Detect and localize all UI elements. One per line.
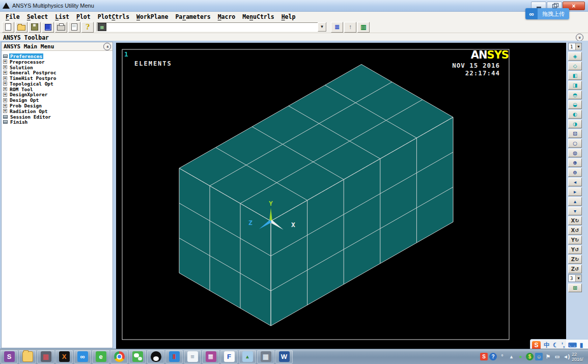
taskbar-app-chrome-browser[interactable] — [110, 350, 128, 363]
view-bottom-button[interactable]: ◒ — [568, 100, 582, 109]
menu-help[interactable]: Help — [278, 12, 299, 21]
taskbar-app-word[interactable]: W — [275, 350, 293, 363]
zoom-out-button[interactable]: ⊖ — [568, 168, 582, 177]
chinese-mode-indicator[interactable]: 中 — [544, 341, 550, 350]
view-oblique-button[interactable]: ◇ — [568, 62, 582, 70]
sogou-logo-icon[interactable]: S — [532, 341, 541, 350]
taskbar-app-photo-viewer-app[interactable]: ▲ — [239, 350, 256, 363]
zoom-in-button[interactable]: ⊕ — [568, 158, 582, 167]
dynamic-model-mode-button[interactable]: ⊞ — [568, 284, 582, 292]
menu-list[interactable]: List — [51, 12, 73, 21]
graphics-window[interactable]: 1ELEMENTSANSYSNOV 15 201622:17:44YXZ — [116, 43, 566, 349]
menu-item-rom-tool[interactable]: +ROM Tool — [3, 87, 111, 92]
menu-item-general-postproc[interactable]: +General Postproc — [3, 70, 111, 75]
rotate-y-plus-button[interactable]: Y↻ — [568, 236, 582, 244]
menu-item-preprocessor[interactable]: +Preprocessor — [3, 59, 111, 65]
pan-up-button[interactable]: ▴ — [568, 197, 582, 206]
zoom-button[interactable]: ○ — [568, 139, 582, 148]
show-hidden-icons[interactable]: ▴ — [508, 353, 515, 360]
taskbar-app-windows-explorer[interactable] — [19, 350, 36, 363]
view-isometric-button[interactable]: ◈ — [568, 52, 582, 61]
menu-menuctrls[interactable]: MenuCtrls — [239, 12, 277, 21]
taskbar-app-downloader-app[interactable]: Ⅱ — [165, 350, 183, 363]
menu-macro[interactable]: Macro — [214, 12, 239, 21]
rotate-z-plus-button[interactable]: Z↻ — [568, 255, 582, 264]
command-dropdown-arrow[interactable]: ▼ — [318, 22, 326, 32]
punctuation-icon[interactable]: ’, — [562, 342, 565, 349]
view-top-button[interactable]: ◓ — [568, 91, 582, 99]
action-center-flag[interactable]: ⚑ — [544, 353, 552, 360]
pan-zoom-rotate-button[interactable] — [42, 22, 54, 33]
taskbar-app-ansys-launcher[interactable]: X — [55, 350, 73, 363]
menu-item-session-editor[interactable]: Session Editor — [3, 114, 111, 120]
taskbar-app-baidu-netdisk[interactable]: ∞ — [74, 350, 91, 363]
taskbar-app-wechat[interactable] — [129, 350, 146, 363]
taskbar-clock[interactable]: 22 2016/ — [572, 352, 588, 362]
moon-icon[interactable]: ☾ — [553, 342, 558, 349]
new-file-button[interactable] — [2, 22, 14, 33]
keyboard-icon[interactable]: ⌨ — [568, 342, 576, 349]
taskbar-app-browser-360[interactable]: e — [92, 350, 109, 363]
pan-left-button[interactable]: ◂ — [568, 178, 582, 186]
zoom-window-button[interactable]: ⊡ — [568, 129, 582, 138]
menu-plotctrls[interactable]: PlotCtrls — [94, 12, 133, 21]
menu-item-topological-opt[interactable]: +Topological Opt — [3, 81, 111, 87]
menu-item-radiation-opt[interactable]: +Radiation Opt — [3, 108, 111, 114]
command-input[interactable] — [107, 23, 318, 31]
sogou-tray-icon[interactable]: S — [480, 353, 488, 360]
taskbar-app-media-player-app[interactable]: ▦ — [37, 350, 54, 363]
plot-window-select[interactable]: 1▼ — [568, 43, 582, 50]
taskbar-app-notepad-viewer-app[interactable]: ≡ — [184, 350, 201, 363]
taskbar-app-purple-viewer-app[interactable]: S — [1, 350, 18, 363]
help-button[interactable]: ? — [81, 22, 94, 33]
zoom-dynamic-button[interactable]: ◍ — [568, 149, 582, 157]
print-button[interactable] — [55, 22, 67, 33]
report-generator-button[interactable] — [68, 22, 80, 33]
rotate-y-minus-button[interactable]: Y↺ — [568, 245, 582, 254]
main-menu-collapse-button[interactable]: » — [103, 43, 111, 50]
title-bar[interactable]: ANSYS Multiphysics Utility Menu × — [0, 0, 588, 12]
taskbar-app-qq-messenger[interactable] — [147, 350, 164, 363]
menu-item-prob-design[interactable]: +Prob Design — [3, 103, 111, 108]
menu-item-designxplorer[interactable]: +DesignXplorer — [3, 92, 111, 98]
pan-right-button[interactable]: ▸ — [568, 187, 582, 196]
contact-manager-button[interactable]: ▥ — [357, 22, 370, 33]
baidu-upload-badge[interactable]: ∞ 拖拽上传 — [525, 8, 569, 19]
rotate-x-plus-button[interactable]: X↻ — [568, 216, 582, 225]
safety-tray-icon[interactable]: ● — [517, 353, 524, 360]
menu-item-finish[interactable]: Finish — [3, 120, 111, 125]
menu-item-solution[interactable]: +Solution — [3, 65, 111, 70]
taskbar-app-cad-app[interactable]: F — [220, 350, 238, 363]
menu-workplane[interactable]: WorkPlane — [133, 12, 172, 21]
volume-tray-icon[interactable]: ◄) — [563, 353, 570, 360]
ime-tray-icon[interactable]: ° — [498, 353, 506, 360]
network-tray-icon[interactable]: ▭ — [553, 353, 561, 360]
open-file-button[interactable] — [15, 22, 27, 33]
menu-item-preferences[interactable]: Preferences — [3, 53, 111, 59]
view-right-button[interactable]: ◑ — [568, 120, 582, 128]
menu-item-timehist-postpro[interactable]: +TimeHist Postpro — [3, 75, 111, 81]
toolbox-icon[interactable]: ▮ — [580, 342, 583, 349]
user-tray-icon[interactable]: ☺ — [535, 353, 543, 360]
view-back-button[interactable]: ◨ — [568, 81, 582, 90]
view-left-button[interactable]: ◐ — [568, 110, 582, 119]
menu-item-design-opt[interactable]: +Design Opt — [3, 97, 111, 103]
menu-plot[interactable]: Plot — [73, 12, 94, 21]
help-tray-icon[interactable]: ? — [489, 353, 497, 360]
toolbar-collapse-button[interactable]: » — [576, 34, 583, 41]
rotate-x-minus-button[interactable]: X↺ — [568, 226, 582, 235]
taskbar-app-system-utility-app[interactable]: ▦ — [257, 350, 274, 363]
contour-select[interactable]: 3▼ — [568, 274, 582, 282]
coin-tray-icon[interactable]: $ — [526, 353, 534, 360]
save-button[interactable] — [29, 22, 41, 33]
raise-hidden-button[interactable]: ≣ — [331, 22, 343, 33]
menu-parameters[interactable]: Parameters — [172, 12, 214, 21]
rotate-z-minus-button[interactable]: Z↺ — [568, 265, 582, 273]
menu-select[interactable]: Select — [23, 12, 52, 21]
view-front-button[interactable]: ◧ — [568, 71, 582, 80]
menu-file[interactable]: File — [2, 12, 23, 21]
taskbar-app-dictionary-app[interactable]: ≣ — [202, 350, 219, 363]
pan-down-button[interactable]: ▾ — [568, 207, 582, 215]
ansys-launcher-icon: X — [59, 351, 70, 362]
reset-picking-button[interactable]: ↑ — [344, 22, 356, 33]
